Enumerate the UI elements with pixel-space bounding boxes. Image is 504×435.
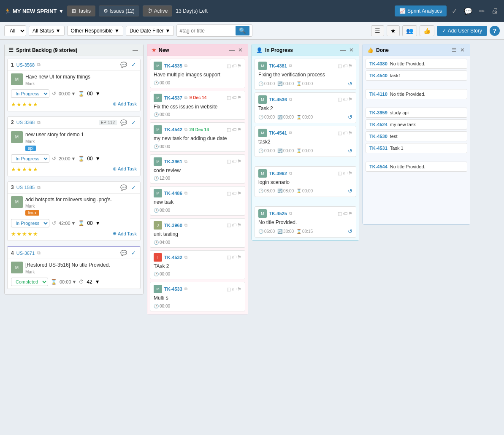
filter-responsible-dropdown[interactable]: Other Responsible ▼	[67, 26, 123, 36]
task-icon1[interactable]: ◫	[338, 130, 342, 136]
story-id-3[interactable]: US-1585	[16, 185, 35, 190]
print-icon-button[interactable]: 🖨	[490, 5, 500, 16]
task-icon3[interactable]: ⚑	[237, 63, 241, 69]
task-refresh-tk4536[interactable]: ↺	[348, 114, 352, 120]
task-copy-icon-tk4535[interactable]: ⧉	[184, 63, 187, 68]
task-icon3[interactable]: ⚑	[237, 191, 241, 196]
story-copy-icon-3[interactable]: ⧉	[37, 185, 41, 190]
story-comment-button-1[interactable]: 💬	[119, 62, 128, 68]
task-copy-icon-tk4533[interactable]: ⧉	[184, 286, 187, 292]
done-id-tk4524[interactable]: TK-4524	[369, 122, 387, 127]
story-status-dropdown-3[interactable]: In Progress	[11, 219, 49, 227]
story-status-dropdown-4[interactable]: Completed	[11, 278, 48, 286]
story-comment-button-2[interactable]: 💬	[119, 119, 128, 126]
inprogress-close-button[interactable]: ✕	[348, 47, 355, 53]
task-copy-icon-tk3960[interactable]: ⧉	[184, 223, 187, 228]
task-icon2[interactable]: 🏷	[343, 97, 347, 102]
edit-icon-button[interactable]: ✏	[477, 5, 486, 17]
task-copy-icon-tk4536[interactable]: ⧉	[289, 97, 292, 102]
new-close-button[interactable]: ✕	[237, 47, 244, 53]
task-copy-icon-tk4537[interactable]: ⧉	[184, 95, 187, 100]
story-comment-button-3[interactable]: 💬	[119, 184, 128, 191]
search-button[interactable]: 🔍	[236, 26, 249, 35]
story-status-dropdown-2[interactable]: In Progress	[11, 154, 49, 163]
story-time-1[interactable]: 00:00 ▼	[59, 91, 76, 96]
backlog-minimize-button[interactable]: —	[132, 47, 139, 53]
task-copy-icon-tk3962[interactable]: ⧉	[289, 171, 292, 176]
done-id-tk3959[interactable]: TK-3959	[369, 110, 387, 115]
task-icon3[interactable]: ⚑	[348, 97, 352, 102]
task-icon2[interactable]: 🏷	[232, 159, 236, 164]
task-id-tk4537[interactable]: TK-4537	[164, 95, 182, 100]
task-icon1[interactable]: ◫	[338, 170, 342, 176]
filter-status-dropdown[interactable]: All Status ▼	[29, 26, 65, 36]
story-copy-icon-2[interactable]: ⧉	[37, 120, 41, 125]
task-icon2[interactable]: 🏷	[343, 63, 347, 69]
task-refresh-tk4381[interactable]: ↺	[348, 81, 352, 87]
star-filter-button[interactable]: ★	[387, 25, 400, 36]
story-check-button-3[interactable]: ✓	[130, 184, 137, 191]
search-input[interactable]	[179, 28, 236, 34]
done-id-tk4544[interactable]: TK-4544	[369, 164, 387, 169]
task-icon2[interactable]: 🏷	[232, 254, 236, 260]
add-task-button-2[interactable]: ⊕ Add Task	[113, 166, 137, 172]
add-task-button-3[interactable]: ⊕ Add Task	[113, 231, 137, 236]
story-copy-icon-1[interactable]: ⧉	[37, 62, 41, 68]
done-id-tk4380[interactable]: TK-4380	[369, 61, 387, 66]
task-icon3[interactable]: ⚑	[237, 159, 241, 164]
story-status-dropdown-1[interactable]: In Progress	[11, 89, 49, 98]
new-minimize-button[interactable]: —	[228, 47, 236, 53]
story-check-button-2[interactable]: ✓	[130, 119, 137, 126]
task-id-tk4535[interactable]: TK-4535	[164, 63, 182, 68]
task-id-tk4532[interactable]: TK-4532	[164, 255, 182, 260]
task-icon2[interactable]: 🏷	[232, 222, 236, 228]
task-id-tk4536[interactable]: TK-4536	[269, 97, 287, 102]
issues-button[interactable]: ⚙ Issues (12)	[99, 5, 139, 16]
task-icon1[interactable]: ◫	[227, 286, 231, 292]
task-refresh-tk4541[interactable]: ↺	[348, 148, 352, 154]
task-icon1[interactable]: ◫	[338, 97, 342, 102]
story-check-button-1[interactable]: ✓	[130, 62, 137, 68]
story-check-button-4[interactable]: ✓	[130, 250, 137, 256]
check-icon-button[interactable]: ✓	[450, 5, 459, 17]
grid-view-button[interactable]: ☰	[371, 25, 384, 36]
task-icon1[interactable]: ◫	[227, 95, 231, 100]
task-icon3[interactable]: ⚑	[237, 286, 241, 292]
people-filter-button[interactable]: 👥	[402, 25, 417, 36]
task-icon3[interactable]: ⚑	[237, 95, 241, 100]
story-comment-button-4[interactable]: 💬	[119, 250, 128, 256]
task-id-tk3960[interactable]: TK-3960	[164, 223, 182, 228]
task-copy-icon-tk4532[interactable]: ⧉	[184, 255, 187, 260]
story-time-3[interactable]: 42:00 ▼	[59, 221, 76, 226]
task-copy-icon-tk3961[interactable]: ⧉	[184, 159, 187, 164]
story-copy-icon-4[interactable]: ⧉	[37, 250, 41, 256]
task-id-tk4486[interactable]: TK-4486	[164, 191, 182, 196]
task-copy-icon-tk4486[interactable]: ⧉	[184, 191, 187, 196]
task-icon1[interactable]: ◫	[227, 222, 231, 228]
task-icon2[interactable]: 🏷	[232, 286, 236, 292]
story-time-4[interactable]: 00:00 ▼	[60, 279, 76, 284]
task-icon1[interactable]: ◫	[227, 63, 231, 69]
task-icon2[interactable]: 🏷	[232, 95, 236, 100]
task-icon1[interactable]: ◫	[227, 254, 231, 260]
task-icon3[interactable]: ⚑	[348, 211, 352, 216]
task-icon3[interactable]: ⚑	[237, 127, 241, 132]
task-id-tk3962[interactable]: TK-3962	[269, 171, 287, 176]
thumbs-filter-button[interactable]: 👍	[420, 25, 434, 36]
task-icon2[interactable]: 🏷	[232, 127, 236, 132]
task-refresh-tk4525[interactable]: ↺	[348, 228, 352, 235]
task-id-tk4525[interactable]: TK-4525	[269, 211, 287, 216]
task-copy-icon-tk4542[interactable]: ⧉	[184, 127, 187, 132]
task-icon1[interactable]: ◫	[338, 63, 342, 69]
done-id-tk4110[interactable]: TK-4110	[369, 92, 387, 97]
task-id-tk3961[interactable]: TK-3961	[164, 159, 182, 164]
chat-icon-button[interactable]: 💬	[462, 5, 474, 17]
task-icon1[interactable]: ◫	[227, 127, 231, 132]
task-icon3[interactable]: ⚑	[348, 130, 352, 136]
done-id-tk4540[interactable]: TK-4540	[369, 73, 387, 78]
filter-all-select[interactable]: All	[4, 25, 26, 36]
task-icon3[interactable]: ⚑	[237, 222, 241, 228]
task-icon2[interactable]: 🏷	[232, 191, 236, 196]
task-id-tk4542[interactable]: TK-4542	[164, 127, 182, 132]
done-id-tk4531[interactable]: TK-4531	[369, 146, 387, 151]
